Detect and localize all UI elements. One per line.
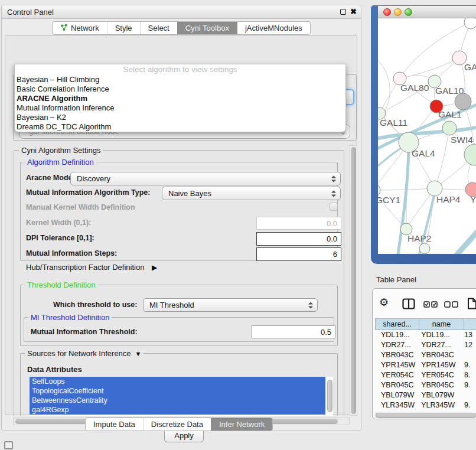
table-horizontal-scrollbar[interactable]	[374, 412, 476, 419]
data-attribute-gal4rgexp[interactable]: gal4RGexp	[30, 405, 325, 415]
zoom-window-icon[interactable]	[405, 8, 412, 16]
data-attributes-label: Data Attributes	[27, 365, 82, 374]
tab-style[interactable]: Style	[107, 22, 140, 34]
table-cell: YDL19...	[375, 330, 418, 340]
table-row[interactable]: YDL19...YDL19...13	[375, 330, 476, 340]
mi-steps-label: Mutual Information Steps:	[26, 249, 117, 257]
table-row[interactable]: YLR345WYLR345W9.	[375, 400, 476, 410]
select-all-checked-icon[interactable]	[423, 301, 438, 308]
table-row[interactable]: YER054CYER054C8.	[375, 370, 476, 380]
table-cell: YER054C	[418, 370, 461, 380]
dpi-tolerance-field[interactable]	[256, 232, 341, 246]
network-view-window: GALGAL80GAL10GAL1GAL11SWI4GAL4GCY1HAP4YH…	[371, 5, 476, 264]
minimized-panel-icon[interactable]	[4, 441, 13, 449]
network-node[interactable]	[464, 18, 476, 29]
algorithm-option-basic-correlation-inference[interactable]: Basic Correlation Inference	[15, 84, 345, 94]
manual-kernel-checkbox[interactable]	[330, 203, 338, 211]
gear-icon[interactable]: ⚙	[379, 297, 389, 308]
mi-steps-field[interactable]	[256, 247, 341, 261]
tab-network[interactable]: Network	[53, 22, 107, 34]
split-view-icon[interactable]	[402, 298, 415, 309]
table-row[interactable]: YBR045CYBR045C9.	[375, 380, 476, 390]
sources-group-title[interactable]: Sources for Network Inference▼	[25, 349, 144, 358]
mi-threshold-field[interactable]	[252, 325, 335, 338]
table-cell: YPR145W	[418, 360, 461, 370]
kernel-width-label: Kernel Width (0,1):	[26, 219, 91, 227]
tab-label: jActiveMNodules	[245, 24, 302, 32]
network-node-swi4[interactable]	[442, 121, 457, 135]
minimize-window-icon[interactable]	[394, 8, 402, 16]
algorithm-dropdown-placeholder: Select algorithm to view settings	[15, 64, 345, 75]
data-attribute-selfloops[interactable]: SelfLoops	[30, 377, 325, 386]
settings-vertical-scrollbar[interactable]	[350, 145, 357, 416]
network-node-label: GAL80	[400, 83, 429, 93]
export-file-icon[interactable]	[467, 298, 476, 309]
control-panel-tabs: NetworkStyleSelectCyni ToolboxjActiveMNo…	[52, 21, 311, 35]
network-node-label: GAL1	[438, 109, 462, 119]
data-attribute-items: SelfLoopsTopologicalCoefficientBetweenne…	[30, 377, 333, 415]
close-panel-button[interactable]: ✖	[350, 7, 357, 16]
table-scrollbar-thumb[interactable]	[376, 413, 476, 418]
network-node-label: HAP4	[436, 194, 461, 204]
table-row[interactable]: YBL079WYBL079W	[375, 390, 476, 400]
tab-infer-network[interactable]: Infer Network	[211, 418, 272, 431]
column-header-next[interactable]	[464, 318, 476, 330]
list-scrollbar-thumb[interactable]	[327, 380, 332, 412]
stepper-icon	[331, 190, 336, 197]
network-node-label: Y	[470, 194, 476, 204]
algorithm-dropdown-list: Select algorithm to view settings Bayesi…	[14, 64, 346, 132]
network-node[interactable]	[464, 144, 476, 165]
tab-jactivemnodules[interactable]: jActiveMNodules	[237, 22, 310, 34]
manual-kernel-label: Manual Kernel Width Definition	[26, 203, 135, 211]
table-header: shared... name	[375, 318, 476, 330]
stepper-icon	[308, 301, 313, 309]
table-row[interactable]: YPR145WYPR145W9.	[375, 360, 476, 370]
data-attribute-topologicalcoefficient[interactable]: TopologicalCoefficient	[30, 386, 325, 396]
which-threshold-label: Which threshold to use:	[53, 301, 137, 309]
mi-type-select[interactable]: Naive Bayes	[162, 187, 341, 200]
which-threshold-select[interactable]: MI Threshold	[143, 298, 318, 312]
algorithm-option-dream8-dc-tdc-algorithm[interactable]: Dream8 DC_TDC Algorithm	[15, 122, 345, 132]
settings-scrollview: Cyni Algorithm Settings Algorithm Defini…	[13, 145, 350, 416]
table-cell: YER054C	[375, 370, 418, 380]
network-canvas[interactable]: GALGAL80GAL10GAL1GAL11SWI4GAL4GCY1HAP4YH…	[378, 18, 476, 254]
tab-select[interactable]: Select	[140, 22, 177, 34]
tab-discretize-data[interactable]: Discretize Data	[143, 418, 211, 431]
vertical-scrollbar-thumb[interactable]	[351, 147, 356, 414]
table-cell: YLR345W	[418, 400, 461, 410]
algorithm-option-aracne-algorithm[interactable]: ARACNE Algorithm	[15, 94, 345, 103]
algorithm-option-bayesian-k2[interactable]: Bayesian – K2	[15, 113, 345, 122]
table-cell: 9.	[461, 400, 476, 410]
close-window-icon[interactable]	[383, 8, 391, 16]
float-window-button[interactable]	[340, 9, 346, 15]
algorithm-options: Bayesian – Hill ClimbingBasic Correlatio…	[15, 75, 345, 132]
column-header-name[interactable]: name	[419, 318, 464, 330]
data-attribute-betweennesscentrality[interactable]: BetweennessCentrality	[30, 396, 325, 405]
hub-definition-expander[interactable]: Hub/Transcription Factor Definition ▶	[26, 263, 157, 272]
mi-threshold-group-title: MI Threshold Definition	[28, 313, 112, 322]
algorithm-definition-title: Algorithm Definition	[25, 158, 96, 167]
select-none-icon[interactable]	[444, 301, 458, 308]
table-panel-title: Table Panel	[376, 275, 416, 284]
table-panel: ⚙ shared... name YDL19...YDL19...13YDR27…	[372, 288, 476, 419]
algorithm-option-bayesian-hill-climbing[interactable]: Bayesian – Hill Climbing	[15, 75, 345, 84]
data-attributes-list: SelfLoopsTopologicalCoefficientBetweenne…	[30, 377, 333, 416]
control-panel-title: Control Panel	[7, 8, 54, 17]
tab-label: Style	[115, 24, 132, 32]
table-row[interactable]: YBR043CYBR043C	[375, 350, 476, 360]
kernel-width-field[interactable]	[256, 217, 341, 230]
tab-impute-data[interactable]: Impute Data	[86, 418, 143, 431]
table-cell: YDR27...	[375, 340, 418, 350]
control-panel-titlebar: Control Panel ✖	[2, 5, 361, 19]
algorithm-option-mutual-information-inference[interactable]: Mutual Information Inference	[15, 103, 345, 113]
table-row[interactable]: YDR27...YDR27...12	[375, 340, 476, 350]
column-header-shared-name[interactable]: shared...	[375, 318, 419, 330]
tab-cyni-toolbox[interactable]: Cyni Toolbox	[177, 22, 237, 34]
expand-right-icon: ▶	[152, 263, 157, 272]
network-node[interactable]	[419, 243, 430, 254]
table-cell	[461, 390, 476, 400]
list-scrollbar[interactable]	[327, 379, 332, 413]
aracne-mode-select[interactable]: Discovery	[70, 172, 341, 185]
hub-definition-label: Hub/Transcription Factor Definition	[26, 263, 144, 272]
network-node[interactable]	[455, 93, 471, 110]
